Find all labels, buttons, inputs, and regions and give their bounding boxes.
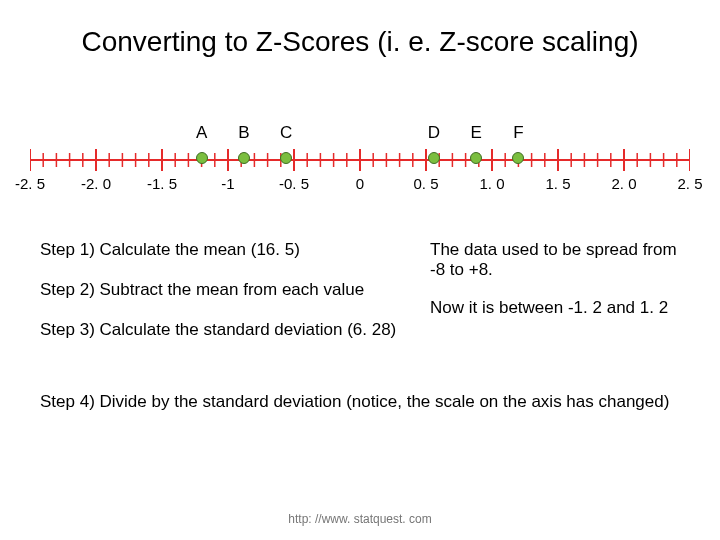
note-1: The data used to be spread from -8 to +8…: [430, 240, 690, 280]
step-4: Step 4) Divide by the standard deviation…: [40, 392, 680, 412]
slide: Converting to Z-Scores (i. e. Z-score sc…: [0, 0, 720, 540]
point-dot-a: [196, 152, 208, 164]
notes-block: The data used to be spread from -8 to +8…: [430, 240, 690, 336]
note-2: Now it is between -1. 2 and 1. 2: [430, 298, 690, 318]
footer-link: http: //www. statquest. com: [0, 512, 720, 526]
tick-label: -1. 5: [142, 175, 182, 192]
point-label-e: E: [466, 123, 486, 143]
step-1: Step 1) Calculate the mean (16. 5): [40, 240, 420, 260]
tick-label: -2. 5: [10, 175, 50, 192]
tick-label: 2. 5: [670, 175, 710, 192]
tick-label: -2. 0: [76, 175, 116, 192]
point-label-f: F: [508, 123, 528, 143]
tick-label: 0. 5: [406, 175, 446, 192]
step-3: Step 3) Calculate the standard deviation…: [40, 320, 420, 340]
number-line: ABCDEF -2. 5-2. 0-1. 5-1-0. 500. 51. 01.…: [30, 115, 690, 205]
tick-label: -0. 5: [274, 175, 314, 192]
tick-label: 1. 5: [538, 175, 578, 192]
tick-label: -1: [208, 175, 248, 192]
point-dot-b: [238, 152, 250, 164]
tick-label: 1. 0: [472, 175, 512, 192]
point-label-a: A: [192, 123, 212, 143]
page-title: Converting to Z-Scores (i. e. Z-score sc…: [0, 26, 720, 58]
point-dot-c: [280, 152, 292, 164]
point-label-c: C: [276, 123, 296, 143]
point-label-d: D: [424, 123, 444, 143]
steps-block: Step 1) Calculate the mean (16. 5) Step …: [40, 240, 420, 360]
tick-label: 0: [340, 175, 380, 192]
point-dot-d: [428, 152, 440, 164]
tick-label: 2. 0: [604, 175, 644, 192]
step-2: Step 2) Subtract the mean from each valu…: [40, 280, 420, 300]
axis-svg: [30, 145, 690, 175]
point-label-b: B: [234, 123, 254, 143]
